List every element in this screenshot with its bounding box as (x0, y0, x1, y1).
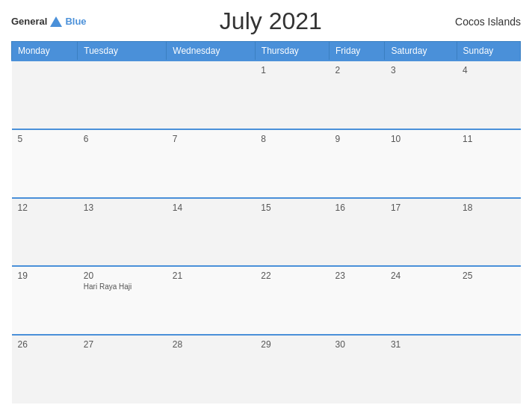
weekday-col-thursday: Thursday (255, 42, 329, 61)
weekday-col-saturday: Saturday (385, 42, 457, 61)
region-label: Cocos Islands (455, 16, 521, 28)
day-number: 23 (335, 271, 378, 281)
calendar-cell: 19 (12, 266, 78, 335)
day-number: 20 (84, 271, 161, 281)
calendar-cell (78, 61, 167, 129)
day-number: 9 (335, 134, 378, 144)
day-number: 8 (261, 134, 323, 144)
calendar-cell: 22 (255, 266, 329, 335)
calendar-cell: 25 (457, 266, 520, 335)
calendar-cell: 10 (385, 129, 457, 198)
day-number: 29 (261, 339, 323, 350)
calendar-cell: 31 (385, 335, 457, 404)
day-number: 22 (261, 271, 323, 281)
calendar-cell: 9 (329, 129, 384, 198)
logo-general-text: General (11, 16, 47, 27)
calendar-cell: 5 (12, 129, 78, 198)
calendar-table: MondayTuesdayWednesdayThursdayFridaySatu… (11, 41, 521, 404)
logo-blue-text: Blue (65, 16, 86, 27)
calendar-cell: 27 (78, 335, 167, 404)
day-number: 24 (391, 271, 451, 281)
day-number: 27 (84, 339, 161, 350)
calendar-cell: 11 (457, 129, 520, 198)
calendar-cell (457, 335, 520, 404)
day-number: 14 (173, 203, 250, 213)
day-number: 17 (391, 203, 451, 213)
calendar-cell: 7 (167, 129, 256, 198)
day-number: 31 (391, 339, 451, 350)
day-number: 11 (463, 134, 514, 144)
calendar-cell: 8 (255, 129, 329, 198)
calendar-cell: 14 (167, 198, 256, 267)
calendar-cell: 28 (167, 335, 256, 404)
weekday-col-sunday: Sunday (457, 42, 520, 61)
event-label: Hari Raya Haji (84, 282, 161, 291)
calendar-cell: 3 (385, 61, 457, 129)
calendar-header-row: MondayTuesdayWednesdayThursdayFridaySatu… (12, 42, 521, 61)
logo: General Blue (11, 16, 87, 27)
day-number: 21 (173, 271, 250, 281)
calendar-cell: 1 (255, 61, 329, 129)
calendar-cell: 2 (329, 61, 384, 129)
day-number: 1 (261, 65, 323, 75)
calendar-week-row: 567891011 (12, 129, 521, 198)
calendar-cell: 15 (255, 198, 329, 267)
day-number: 7 (173, 134, 250, 144)
weekday-col-tuesday: Tuesday (78, 42, 167, 61)
day-number: 12 (18, 203, 72, 213)
calendar-cell: 16 (329, 198, 384, 267)
weekday-header: MondayTuesdayWednesdayThursdayFridaySatu… (12, 42, 521, 61)
calendar-cell: 17 (385, 198, 457, 267)
calendar-cell: 12 (12, 198, 78, 267)
day-number: 25 (463, 271, 514, 281)
weekday-col-monday: Monday (12, 42, 78, 61)
month-title: July 2021 (220, 7, 322, 35)
logo-triangle-icon (50, 16, 62, 27)
day-number: 3 (391, 65, 451, 75)
calendar-week-row: 1234 (12, 61, 521, 129)
calendar-week-row: 262728293031 (12, 335, 521, 404)
day-number: 30 (335, 339, 378, 350)
calendar-cell: 30 (329, 335, 384, 404)
calendar-cell (12, 61, 78, 129)
calendar-week-row: 12131415161718 (12, 198, 521, 267)
day-number: 10 (391, 134, 451, 144)
day-number: 4 (463, 65, 514, 75)
calendar-cell: 29 (255, 335, 329, 404)
day-number: 28 (173, 339, 250, 350)
calendar-cell: 4 (457, 61, 520, 129)
calendar-cell: 6 (78, 129, 167, 198)
day-number: 19 (18, 271, 72, 281)
day-number: 13 (84, 203, 161, 213)
calendar-cell: 23 (329, 266, 384, 335)
day-number: 26 (18, 339, 72, 350)
calendar-cell: 21 (167, 266, 256, 335)
day-number: 6 (84, 134, 161, 144)
calendar-cell: 24 (385, 266, 457, 335)
calendar-cell (167, 61, 256, 129)
day-number: 2 (335, 65, 378, 75)
calendar-body: 1234567891011121314151617181920Hari Raya… (12, 61, 521, 404)
calendar-cell: 26 (12, 335, 78, 404)
calendar-cell: 18 (457, 198, 520, 267)
calendar-week-row: 1920Hari Raya Haji2122232425 (12, 266, 521, 335)
calendar-cell: 13 (78, 198, 167, 267)
weekday-col-wednesday: Wednesday (167, 42, 256, 61)
day-number: 5 (18, 134, 72, 144)
day-number: 15 (261, 203, 323, 213)
day-number: 16 (335, 203, 378, 213)
calendar-header: General Blue July 2021 Cocos Islands (11, 7, 521, 35)
day-number: 18 (463, 203, 514, 213)
calendar-cell: 20Hari Raya Haji (78, 266, 167, 335)
weekday-col-friday: Friday (329, 42, 384, 61)
